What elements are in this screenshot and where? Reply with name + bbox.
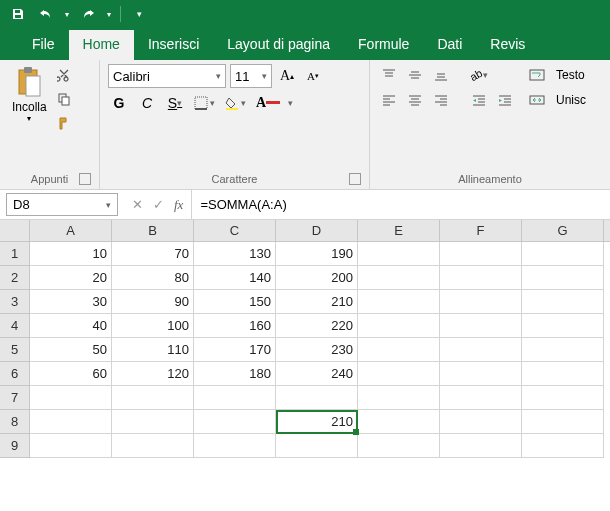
cell[interactable] xyxy=(30,410,112,434)
cell[interactable]: 160 xyxy=(194,314,276,338)
tab-formulas[interactable]: Formule xyxy=(344,30,423,60)
cell[interactable]: 60 xyxy=(30,362,112,386)
cell[interactable]: 120 xyxy=(112,362,194,386)
align-right-button[interactable] xyxy=(430,89,452,111)
clipboard-launcher[interactable] xyxy=(79,173,91,185)
cell[interactable] xyxy=(358,338,440,362)
borders-button[interactable]: ▾ xyxy=(192,92,217,114)
cell[interactable] xyxy=(522,266,604,290)
save-button[interactable] xyxy=(6,2,30,26)
redo-dropdown[interactable]: ▾ xyxy=(104,2,114,26)
cell[interactable]: 150 xyxy=(194,290,276,314)
cell[interactable]: 30 xyxy=(30,290,112,314)
cell[interactable] xyxy=(194,386,276,410)
underline-button[interactable]: S ▾ xyxy=(164,92,186,114)
col-header[interactable]: D xyxy=(276,220,358,241)
cell[interactable]: 90 xyxy=(112,290,194,314)
redo-button[interactable] xyxy=(76,2,100,26)
cell[interactable] xyxy=(112,434,194,458)
row-header[interactable]: 4 xyxy=(0,314,29,338)
fill-color-button[interactable]: ▾ xyxy=(223,92,248,114)
cell[interactable] xyxy=(358,290,440,314)
cell[interactable] xyxy=(440,434,522,458)
cell[interactable] xyxy=(522,314,604,338)
name-box[interactable]: D8▾ xyxy=(6,193,118,216)
row-header[interactable]: 3 xyxy=(0,290,29,314)
wrap-text-icon-btn[interactable] xyxy=(526,64,548,86)
cancel-formula-button[interactable]: ✕ xyxy=(132,197,143,212)
cell[interactable] xyxy=(522,290,604,314)
select-all-corner[interactable] xyxy=(0,220,30,241)
increase-font-button[interactable]: A▴ xyxy=(276,65,298,87)
cell[interactable]: 210 xyxy=(276,410,358,434)
cell[interactable] xyxy=(276,434,358,458)
cell[interactable] xyxy=(440,362,522,386)
merge-button[interactable]: Unisc xyxy=(552,93,590,107)
cell[interactable] xyxy=(276,386,358,410)
cell[interactable] xyxy=(358,434,440,458)
cell[interactable] xyxy=(522,242,604,266)
cell[interactable]: 130 xyxy=(194,242,276,266)
cell[interactable] xyxy=(522,410,604,434)
cell[interactable] xyxy=(358,266,440,290)
cell[interactable] xyxy=(112,410,194,434)
row-header[interactable]: 1 xyxy=(0,242,29,266)
customize-qat-button[interactable]: ▾ xyxy=(127,2,151,26)
col-header[interactable]: G xyxy=(522,220,604,241)
row-header[interactable]: 9 xyxy=(0,434,29,458)
row-header[interactable]: 8 xyxy=(0,410,29,434)
cell[interactable]: 220 xyxy=(276,314,358,338)
cell[interactable] xyxy=(440,266,522,290)
cell[interactable] xyxy=(440,410,522,434)
col-header[interactable]: C xyxy=(194,220,276,241)
row-header[interactable]: 5 xyxy=(0,338,29,362)
tab-layout[interactable]: Layout di pagina xyxy=(213,30,344,60)
cell[interactable] xyxy=(194,434,276,458)
align-middle-button[interactable] xyxy=(404,64,426,86)
paste-button[interactable]: Incolla ▾ xyxy=(8,64,51,134)
cell[interactable] xyxy=(30,386,112,410)
font-size-select[interactable]: 11▾ xyxy=(230,64,272,88)
tab-insert[interactable]: Inserisci xyxy=(134,30,213,60)
tab-home[interactable]: Home xyxy=(69,30,134,60)
cell[interactable] xyxy=(440,386,522,410)
cut-button[interactable] xyxy=(53,64,75,86)
cell[interactable] xyxy=(440,338,522,362)
row-header[interactable]: 2 xyxy=(0,266,29,290)
cell[interactable] xyxy=(112,386,194,410)
row-header[interactable]: 6 xyxy=(0,362,29,386)
cell[interactable]: 40 xyxy=(30,314,112,338)
align-top-button[interactable] xyxy=(378,64,400,86)
col-header[interactable]: F xyxy=(440,220,522,241)
cell[interactable]: 240 xyxy=(276,362,358,386)
copy-button[interactable] xyxy=(53,88,75,110)
cell[interactable] xyxy=(358,362,440,386)
cell[interactable]: 200 xyxy=(276,266,358,290)
align-left-button[interactable] xyxy=(378,89,400,111)
font-color-button[interactable]: A xyxy=(254,92,282,114)
increase-indent-button[interactable] xyxy=(494,89,516,111)
formula-input[interactable]: =SOMMA(A:A) xyxy=(192,190,610,219)
cell[interactable]: 210 xyxy=(276,290,358,314)
cell[interactable] xyxy=(358,242,440,266)
cell[interactable]: 230 xyxy=(276,338,358,362)
font-name-select[interactable]: Calibri▾ xyxy=(108,64,226,88)
decrease-indent-button[interactable] xyxy=(468,89,490,111)
tab-data[interactable]: Dati xyxy=(423,30,476,60)
cell[interactable]: 10 xyxy=(30,242,112,266)
col-header[interactable]: E xyxy=(358,220,440,241)
format-painter-button[interactable] xyxy=(53,112,75,134)
cell[interactable]: 170 xyxy=(194,338,276,362)
cell[interactable] xyxy=(358,386,440,410)
enter-formula-button[interactable]: ✓ xyxy=(153,197,164,212)
cell[interactable]: 190 xyxy=(276,242,358,266)
wrap-text-button[interactable]: Testo xyxy=(552,68,589,82)
cell[interactable] xyxy=(440,290,522,314)
tab-review[interactable]: Revis xyxy=(476,30,539,60)
cell[interactable] xyxy=(358,410,440,434)
cell[interactable] xyxy=(522,338,604,362)
row-header[interactable]: 7 xyxy=(0,386,29,410)
cell[interactable]: 50 xyxy=(30,338,112,362)
cell[interactable]: 80 xyxy=(112,266,194,290)
col-header[interactable]: A xyxy=(30,220,112,241)
